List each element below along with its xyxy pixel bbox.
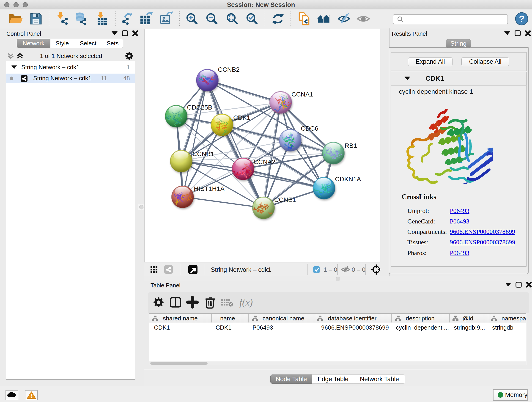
svg-text:stringdb:9...: stringdb:9... — [454, 324, 485, 331]
svg-text:CDK1: CDK1 — [233, 114, 250, 121]
svg-text:CDC6: CDC6 — [301, 125, 318, 132]
svg-text:CCNA1: CCNA1 — [291, 91, 313, 98]
svg-text:@id: @id — [462, 315, 473, 322]
svg-text:String Network – cdk1: String Network – cdk1 — [211, 266, 271, 273]
svg-text:CCNB1: CCNB1 — [192, 150, 214, 157]
svg-text:canonical name: canonical name — [263, 315, 304, 322]
svg-text:stringdb: stringdb — [492, 324, 513, 331]
svg-text:?: ? — [519, 14, 525, 24]
svg-text:P06493: P06493 — [253, 324, 273, 331]
svg-text:database identifier: database identifier — [328, 315, 377, 322]
svg-text:CDC25B: CDC25B — [187, 104, 212, 111]
svg-text:RB1: RB1 — [345, 142, 357, 149]
svg-text:CDKN1A: CDKN1A — [335, 176, 361, 183]
svg-text:CCNA2: CCNA2 — [254, 158, 275, 166]
svg-text:shared name: shared name — [163, 315, 198, 322]
svg-text:cyclin–dependent ...: cyclin–dependent ... — [396, 324, 449, 331]
svg-text:HIST1H1A: HIST1H1A — [194, 185, 225, 192]
svg-text:1 – 0: 1 – 0 — [323, 266, 337, 273]
svg-text:CCNE1: CCNE1 — [274, 196, 296, 203]
svg-text:f(x): f(x) — [239, 297, 253, 308]
svg-text:CDK1: CDK1 — [154, 324, 170, 331]
svg-text:9606.ENSP00000378699: 9606.ENSP00000378699 — [321, 324, 389, 331]
svg-text:0 – 0: 0 – 0 — [352, 266, 365, 273]
svg-text:CDK1: CDK1 — [215, 324, 231, 331]
svg-text:description: description — [406, 315, 435, 322]
svg-text:name: name — [220, 315, 235, 322]
svg-text:CCNB2: CCNB2 — [218, 66, 240, 73]
svg-text:namespac: namespac — [501, 315, 526, 322]
